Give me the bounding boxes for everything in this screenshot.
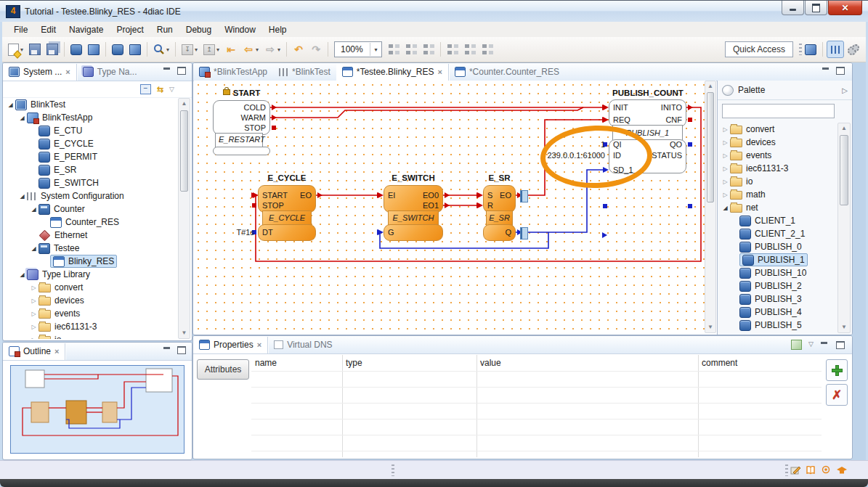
search-icon[interactable] [151, 41, 167, 57]
event-pin-init[interactable] [602, 105, 607, 110]
new-dropdown-icon[interactable]: ▾ [20, 46, 26, 53]
maximize-button[interactable] [805, 1, 827, 15]
minimize-view-icon[interactable] [163, 67, 172, 75]
forward-icon[interactable]: ⇨ [262, 41, 278, 57]
tab-properties[interactable]: Properties × [193, 337, 268, 353]
data-pin-g[interactable] [377, 229, 382, 235]
maximize-view-icon[interactable] [177, 67, 186, 75]
palette-item-publish-4[interactable]: PUBLISH_4 [721, 306, 836, 319]
fb-group-icon-2[interactable] [462, 41, 478, 57]
minimize-button[interactable] [782, 1, 804, 15]
column-name[interactable]: name [251, 355, 346, 372]
book-icon[interactable] [805, 465, 817, 476]
palette-item-publish-3[interactable]: PUBLISH_3 [721, 292, 836, 306]
menu-debug[interactable]: Debug [179, 23, 218, 36]
tree-item-convert[interactable]: ▷convert [6, 281, 177, 294]
palette-item-publish-1[interactable]: PUBLISH_1 [721, 253, 836, 266]
event-pin-ei[interactable] [377, 192, 382, 198]
maximize-view-icon[interactable] [836, 341, 845, 349]
tree-item-testee[interactable]: ◢Testee [6, 242, 177, 255]
pencil-icon[interactable] [790, 465, 802, 476]
palette-item-publish-2[interactable]: PUBLISH_2 [721, 279, 836, 292]
tab-close-icon[interactable]: × [54, 347, 59, 356]
tree-item-e-switch[interactable]: E_SWITCH [6, 176, 177, 189]
graduation-cap-icon[interactable] [835, 465, 848, 476]
tab-type-navigator[interactable]: Type Na... [77, 64, 143, 81]
save-icon[interactable] [27, 41, 43, 57]
fb-layout-icon-2[interactable] [403, 41, 419, 57]
next-annotation-icon[interactable]: ↧ [179, 41, 195, 57]
palette-item-publish-10[interactable]: PUBLISH_10 [721, 266, 836, 279]
tree-item-e-permit[interactable]: E_PERMIT [6, 150, 177, 163]
event-pin-start[interactable] [251, 192, 256, 198]
tab-outline[interactable]: Outline × [3, 343, 65, 360]
column-type[interactable]: type [342, 355, 480, 372]
event-pin-cold[interactable] [272, 105, 277, 110]
system-perspective-icon[interactable] [827, 41, 844, 58]
canvas-scrollbar[interactable]: ▲ ▼ [705, 81, 716, 333]
event-pin-warm[interactable] [272, 115, 277, 120]
prev-annotation-icon[interactable]: ↥ [201, 41, 217, 57]
data-pin-status[interactable] [688, 204, 692, 208]
tree-item-ethernet[interactable]: Ethernet [6, 229, 177, 242]
palette-folder-events[interactable]: ▷events [721, 149, 836, 162]
fb-layout-icon-3[interactable] [421, 41, 437, 57]
data-pin-id[interactable] [603, 204, 607, 208]
tree-item-blinky-res[interactable]: Blinky_RES [6, 255, 177, 268]
event-pin-stop[interactable] [252, 203, 256, 208]
fb-group-icon-1[interactable] [445, 41, 461, 57]
zoom-select[interactable]: 100% ▾ [334, 41, 382, 57]
event-pin-r[interactable] [476, 202, 482, 208]
status-drag-handle[interactable] [392, 465, 394, 476]
palette-item-publish-5[interactable]: PUBLISH_5 [721, 319, 836, 332]
open-perspective-icon[interactable] [803, 41, 819, 57]
status-drag-handle[interactable] [785, 465, 788, 476]
new-wizard-icon[interactable] [5, 41, 21, 57]
fb-start[interactable]: COLD WARM STOP E_RESTART [213, 100, 270, 155]
forward-dropdown-icon[interactable]: ▾ [277, 46, 283, 53]
tab-testee-blinky-res[interactable]: *Testee.Blinky_RES × [336, 64, 449, 81]
tree-item-e-cycle[interactable]: E_CYCLE [6, 137, 177, 150]
tab-system-explorer[interactable]: System ... × [3, 64, 77, 81]
menu-window[interactable]: Window [218, 23, 262, 36]
event-pin-stop[interactable] [272, 126, 276, 130]
event-pin-s[interactable] [476, 192, 482, 198]
quick-access-field[interactable]: Quick Access [725, 41, 793, 57]
tree-item-system-configuration[interactable]: ◢System Configuration [6, 189, 177, 202]
back-icon[interactable]: ⇦ [240, 41, 256, 57]
close-button[interactable]: ✕ [828, 1, 862, 15]
palette-pin-arrow-icon[interactable]: ▷ [842, 86, 848, 94]
tree-item-iec61131[interactable]: ▷iec61131-3 [6, 320, 177, 333]
column-value[interactable]: value [476, 355, 702, 372]
minimize-view-icon[interactable] [163, 346, 172, 354]
fb-e-switch[interactable]: EI EO0 EO1 E_SWITCH G [384, 185, 443, 241]
data-pin-qo[interactable] [688, 142, 692, 147]
medal-icon[interactable] [820, 465, 832, 476]
collapse-all-icon[interactable]: − [140, 84, 151, 94]
watch-marker[interactable] [520, 227, 528, 240]
palette-item-client-2-1[interactable]: CLIENT_2_1 [721, 227, 836, 240]
zoom-dropdown-icon[interactable]: ▾ [370, 43, 381, 56]
attributes-table[interactable]: name type value comment [251, 355, 822, 457]
back-dropdown-icon[interactable]: ▾ [256, 46, 261, 53]
palette-folder-devices[interactable]: ▷devices [721, 136, 836, 149]
tree-item-counter-res[interactable]: Counter_RES [6, 216, 177, 229]
palette-folder-net[interactable]: ◢net [721, 201, 836, 214]
gears-perspective-icon[interactable] [845, 41, 861, 57]
link-with-editor-icon[interactable]: ⇆ [157, 85, 163, 94]
palette-scrollbar[interactable]: ▲ ▼ [837, 123, 851, 333]
event-pin-cnf[interactable] [688, 118, 692, 122]
menu-navigate[interactable]: Navigate [62, 23, 110, 36]
download-system-icon[interactable] [68, 41, 84, 57]
tree-item-blinktest[interactable]: ◢BlinkTest [6, 98, 177, 111]
event-pin-eo1[interactable] [445, 202, 450, 208]
new-attribute-icon[interactable] [791, 340, 802, 350]
watch-marker[interactable] [520, 190, 528, 202]
fb-e-cycle[interactable]: START EO STOP E_CYCLE DT [258, 185, 316, 241]
add-attribute-button[interactable] [826, 359, 848, 381]
menu-file[interactable]: File [7, 23, 34, 36]
maximize-view-icon[interactable] [177, 346, 186, 354]
save-all-icon[interactable] [44, 41, 60, 57]
menu-help[interactable]: Help [262, 23, 293, 36]
explorer-scrollbar[interactable]: ▲ ▼ [178, 98, 190, 339]
